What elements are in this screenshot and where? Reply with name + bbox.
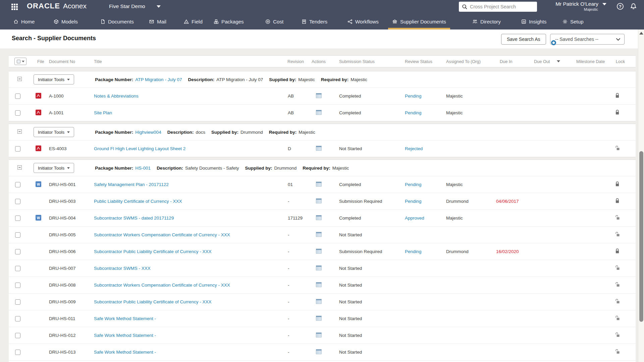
document-title-link[interactable]: Public Liability Certificate of Currency… — [94, 199, 182, 204]
package-number-link[interactable]: ATP Migration - July 07 — [135, 77, 182, 82]
document-title-link[interactable]: Subcontractor SWMS - XXX — [94, 266, 151, 271]
nav-item-mail[interactable]: Mail — [149, 13, 166, 29]
actions-table-icon[interactable] — [316, 350, 322, 355]
actions-table-icon[interactable] — [316, 199, 322, 204]
cross-project-search-input[interactable] — [470, 4, 534, 9]
row-checkbox[interactable] — [15, 316, 20, 321]
column-header-due-in[interactable]: Due In — [495, 59, 530, 64]
select-all-control[interactable] — [14, 58, 26, 65]
review-status-link[interactable]: Pending — [405, 249, 422, 254]
svg-text:?: ? — [619, 4, 622, 9]
column-header-lock[interactable]: Lock — [612, 59, 636, 64]
document-title-link[interactable]: Subcontractor Public Liability Certifica… — [94, 299, 211, 304]
actions-table-icon[interactable] — [316, 216, 322, 221]
row-checkbox[interactable] — [15, 333, 20, 338]
actions-table-icon[interactable] — [316, 334, 322, 339]
scroll-up-arrow[interactable] — [639, 32, 643, 35]
initiator-tools-button[interactable]: Initiator Tools — [34, 74, 74, 84]
actions-table-icon[interactable] — [316, 300, 322, 305]
document-title-link[interactable]: Subcontractor Workers Compensation Certi… — [94, 232, 230, 237]
row-checkbox[interactable] — [15, 216, 20, 221]
column-header-milestone-date[interactable]: Milestone Date — [574, 59, 612, 64]
actions-table-icon[interactable] — [316, 317, 322, 322]
nav-item-documents[interactable]: Documents — [100, 13, 134, 29]
document-title-link[interactable]: Safety Management Plan - 20171122 — [94, 182, 169, 187]
actions-table-icon[interactable] — [316, 183, 322, 188]
row-checkbox[interactable] — [15, 299, 20, 305]
row-checkbox[interactable] — [15, 199, 20, 204]
nav-item-packages[interactable]: Packages — [214, 13, 244, 29]
actions-table-icon[interactable] — [316, 283, 322, 288]
document-title-link[interactable]: Safe Work Method Statement - — [94, 316, 156, 321]
app-grid-icon[interactable] — [11, 3, 18, 11]
document-title-link[interactable]: Ground Fl High Level Lighting Layout She… — [94, 146, 185, 151]
column-header-due-out[interactable]: Due Out — [530, 59, 574, 64]
column-header-submission-status[interactable]: Submission Status — [332, 59, 396, 64]
project-selector[interactable]: Five Star Demo — [109, 3, 161, 9]
column-header-review-status[interactable]: Review Status — [396, 59, 441, 64]
review-status-link[interactable]: Approved — [405, 216, 424, 221]
row-checkbox[interactable] — [15, 283, 20, 288]
package-number-link[interactable]: Highview004 — [135, 130, 161, 135]
review-status-link[interactable]: Pending — [405, 182, 422, 187]
document-title-link[interactable]: Safe Work Method Statement - — [94, 350, 156, 355]
initiator-tools-button[interactable]: Initiator Tools — [34, 127, 74, 137]
nav-item-models[interactable]: Models — [54, 13, 78, 29]
row-checkbox[interactable] — [15, 182, 20, 187]
row-checkbox[interactable] — [15, 266, 20, 271]
row-checkbox[interactable] — [15, 110, 20, 116]
actions-table-icon[interactable] — [316, 94, 322, 99]
actions-table-icon[interactable] — [316, 233, 322, 238]
user-menu[interactable]: Mr Patrick O'Leary Majestic — [544, 1, 606, 11]
save-search-as-button[interactable]: Save Search As — [501, 34, 546, 45]
collapse-group-icon[interactable] — [17, 129, 22, 135]
row-checkbox[interactable] — [15, 146, 20, 152]
column-header-document-no[interactable]: Document No — [49, 59, 94, 64]
nav-item-insights[interactable]: Insights — [521, 13, 546, 29]
document-title-link[interactable]: Notes & Abbreviations — [94, 94, 139, 99]
review-status-link[interactable]: Pending — [405, 94, 422, 99]
scrollbar-thumb[interactable] — [639, 151, 643, 322]
column-header-title[interactable]: Title — [94, 59, 268, 64]
column-header-file[interactable]: File — [33, 59, 49, 64]
help-icon[interactable]: ? — [616, 3, 624, 10]
column-header-actions[interactable]: Actions — [312, 59, 326, 64]
nav-item-supplierdocs[interactable]: Supplier Documents — [392, 13, 446, 29]
column-header-revision[interactable]: Revision — [268, 59, 305, 64]
actions-table-icon[interactable] — [316, 250, 322, 255]
nav-item-cost[interactable]: Cost — [265, 13, 283, 29]
actions-table-icon[interactable] — [316, 266, 322, 272]
collapse-group-icon[interactable] — [17, 77, 22, 82]
submission-status: Not Started — [339, 299, 362, 304]
nav-item-home[interactable]: Home — [13, 13, 35, 29]
actions-table-icon[interactable] — [316, 111, 322, 116]
review-status-link[interactable]: Pending — [405, 199, 422, 204]
row-checkbox[interactable] — [15, 94, 20, 99]
review-status-link[interactable]: Pending — [405, 110, 422, 115]
notifications-bell-icon[interactable] — [630, 3, 637, 10]
document-title-link[interactable]: Site Plan — [94, 110, 112, 115]
document-title-link[interactable]: Subcontractor Workers Compensation Certi… — [94, 283, 230, 288]
column-header-assigned-to[interactable]: Assigned To (Org) — [441, 59, 495, 64]
actions-table-icon[interactable] — [316, 147, 322, 152]
collapse-group-icon[interactable] — [17, 165, 22, 171]
nav-item-field[interactable]: Field — [184, 13, 203, 29]
row-checkbox[interactable] — [15, 350, 20, 355]
packages-icon — [214, 19, 219, 24]
row-checkbox[interactable] — [15, 249, 20, 254]
nav-item-directory[interactable]: Directory — [472, 13, 501, 29]
nav-item-tenders[interactable]: Tenders — [302, 13, 327, 29]
sort-descending-icon[interactable] — [557, 60, 560, 62]
package-number-link[interactable]: HS-001 — [135, 166, 151, 171]
initiator-tools-button[interactable]: Initiator Tools — [34, 163, 74, 173]
actions-grid-icon — [316, 93, 322, 98]
nav-item-workflows[interactable]: Workflows — [347, 13, 379, 29]
saved-searches-dropdown[interactable]: -- Saved Searches -- — [550, 34, 625, 45]
review-status-link[interactable]: Rejected — [405, 146, 423, 151]
row-checkbox[interactable] — [15, 232, 20, 238]
document-title-link[interactable]: Subcontractor SWMS - dated 20171129 — [94, 216, 174, 221]
document-title-link[interactable]: Safe Work Method Statement - — [94, 333, 156, 338]
vertical-scrollbar[interactable] — [638, 29, 644, 362]
document-title-link[interactable]: Subcontractor Public Liability Certifica… — [94, 249, 211, 254]
nav-item-setup[interactable]: Setup — [562, 13, 584, 29]
